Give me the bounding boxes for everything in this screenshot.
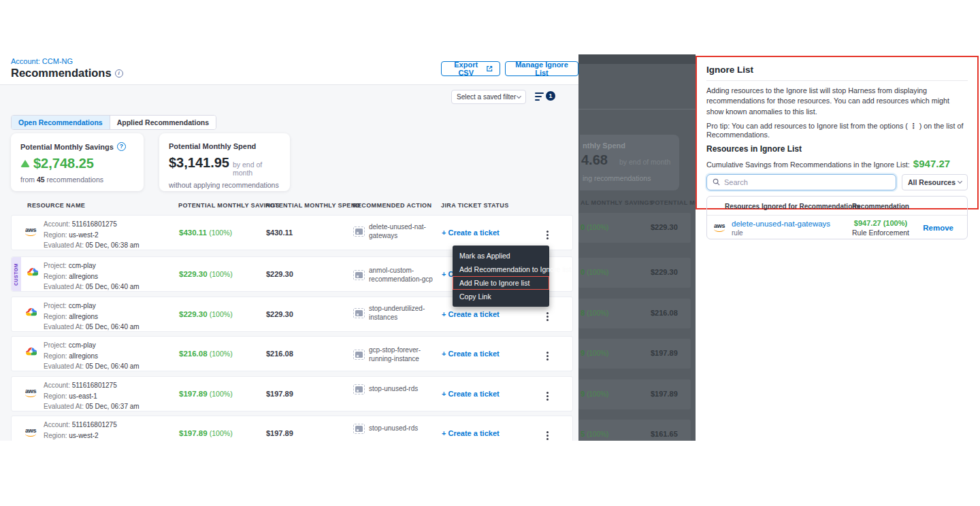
cumulative-savings-amount: $947.27 [913, 158, 950, 169]
manage-ignore-list-button[interactable]: Manage Ignore List [505, 61, 578, 76]
recommendation-icon [353, 270, 365, 280]
col-resource-name: RESOURCE NAME [27, 202, 85, 209]
export-csv-label: Export CSV [448, 61, 483, 77]
savings-value: $216.08 [179, 350, 208, 358]
dimmed-savings: 0 [581, 268, 585, 276]
aws-icon: aws [25, 227, 36, 236]
dimmed-savings: 8 [581, 309, 585, 317]
dimmed-spend-card: nthly Spend 4.68 by end of month ing rec… [580, 135, 679, 190]
resources-in-ignore-list-title: Resources in Ignore List [706, 144, 968, 154]
recommendation-icon [353, 384, 365, 394]
savings-value: $430.11 [179, 229, 207, 237]
menu-item-copy-link[interactable]: Copy Link [453, 290, 549, 303]
all-resources-value: All Resources [908, 178, 956, 186]
filter-count-badge: 1 [546, 91, 555, 101]
export-csv-button[interactable]: Export CSV [441, 61, 500, 76]
ignore-list-row: aws delete-unused-nat-gateways rule $947… [707, 215, 967, 239]
savings-pct: (100%) [210, 429, 233, 437]
dimmed-pct: (100%) [587, 390, 608, 398]
create-ticket-link[interactable]: + Create a ticket [442, 229, 500, 237]
row-value: ccm-play [69, 262, 96, 269]
row-menu-button[interactable] [542, 311, 553, 322]
potential-monthly-savings-card: Potential Monthly Savings ? $2,748.25 fr… [11, 133, 144, 191]
row-label: Evaluated At: [44, 323, 84, 331]
row-value: allregions [69, 352, 98, 360]
spend-suffix: by end of month [233, 161, 280, 177]
table-row[interactable]: aws Account: 511616801275 Region: us-eas… [11, 376, 573, 411]
panel-divider [706, 80, 968, 81]
tab-applied-recommendations[interactable]: Applied Recommendations [110, 116, 216, 129]
dimmed-pct: (100%) [587, 269, 608, 276]
protip-prefix: Pro tip: You can add resources to Ignore… [706, 122, 908, 130]
dimmed-card-suffix: by end of month [619, 158, 670, 166]
row-value: allregions [69, 313, 98, 320]
tab-open-recommendations[interactable]: Open Recommendations [12, 116, 110, 129]
ignored-resource-type: rule [732, 229, 743, 237]
potential-monthly-spend-card: Potential Monthly Spend $3,141.95 by end… [159, 133, 290, 191]
savings-value: $229.30 [179, 270, 208, 278]
col-recommendation: Recommendation [843, 203, 918, 210]
row-menu-button[interactable] [542, 390, 553, 401]
ignore-list-table: Resources Ignored for Recommendations Re… [706, 196, 968, 239]
dimmed-band [578, 54, 696, 64]
table-row[interactable]: aws Account: 511616801275 Region: us-wes… [11, 416, 573, 441]
tab-bar: Open Recommendations Applied Recommendat… [11, 115, 216, 130]
dimmed-col-header: POTENTIAL MONTHL [651, 199, 696, 206]
filter-icon-bar [535, 99, 540, 101]
search-input[interactable] [724, 178, 890, 186]
row-value: allregions [69, 273, 98, 280]
dimmed-savings: 9 [581, 390, 585, 398]
savings-value: $229.30 [179, 310, 208, 318]
help-icon[interactable]: ? [117, 142, 126, 151]
spend-value: $197.89 [266, 429, 293, 437]
chevron-down-icon [958, 179, 962, 184]
savings-pct: (100%) [210, 390, 233, 398]
row-label: Evaluated At: [44, 241, 84, 249]
row-menu-button[interactable] [542, 430, 553, 441]
spend-value: $197.89 [266, 390, 293, 398]
dimmed-row: 0 (100%) $229.30 [578, 258, 691, 288]
row-label: Evaluated At: [44, 362, 84, 370]
row-menu-button[interactable] [542, 350, 553, 361]
row-value: us-east-1 [69, 392, 97, 400]
menu-item-add-recommendation-to-ignore-list[interactable]: Add Recommendation to Ignore list [453, 263, 549, 276]
recommendation-icon [353, 226, 365, 237]
create-ticket-link[interactable]: + Create a ticket [442, 350, 500, 358]
create-ticket-link[interactable]: + Create a ticket [442, 310, 500, 318]
row-value: 511616801275 [72, 220, 117, 228]
savings-value: $197.89 [179, 429, 208, 437]
row-menu-button[interactable] [542, 229, 553, 240]
row-value: ccm-play [69, 341, 96, 349]
table-row[interactable]: Project: ccm-play Region: allregions Eva… [11, 336, 573, 371]
dimmed-pct: (100%) [587, 224, 608, 231]
row-value: 511616801275 [72, 421, 117, 428]
custom-tag: CUSTOM [12, 257, 21, 291]
dimmed-spend: $197.89 [651, 390, 678, 398]
menu-item-mark-as-applied[interactable]: Mark as Applied [453, 249, 549, 263]
menu-item-add-rule-to-ignore-list[interactable]: Add Rule to Ignore list [453, 276, 549, 290]
row-value: 05 Dec, 06:40 am [86, 323, 140, 331]
kebab-icon [546, 395, 549, 397]
dimmed-pct: (100%) [587, 431, 608, 438]
row-label: Project: [44, 262, 67, 269]
filter-button[interactable]: 1 [535, 90, 555, 103]
dimmed-pct: (100%) [587, 309, 608, 317]
row-label: Region: [44, 273, 67, 280]
create-ticket-link[interactable]: + Create a ticket [442, 429, 500, 437]
create-ticket-link[interactable]: + Create a ticket [442, 390, 500, 398]
ignored-resource-link[interactable]: delete-unused-nat-gateways [732, 220, 830, 228]
spend-value: $430.11 [266, 229, 293, 237]
action-name: stop-unused-rds [369, 385, 418, 394]
gcp-icon [25, 307, 37, 320]
col-resources-ignored: Resources Ignored for Recommendations [725, 203, 860, 210]
dimmed-spend: $229.30 [651, 268, 678, 276]
ignore-list-search[interactable] [706, 174, 896, 190]
remove-button[interactable]: Remove [923, 224, 953, 232]
saved-filter-select[interactable]: Select a saved filter [451, 90, 526, 104]
savings-pct: (100%) [210, 270, 233, 278]
info-icon[interactable]: i [115, 69, 123, 78]
breadcrumb[interactable]: Account: CCM-NG [11, 57, 73, 65]
all-resources-select[interactable]: All Resources [902, 174, 968, 190]
gcp-icon [25, 347, 37, 359]
page-title-text: Recommendations [11, 67, 112, 80]
